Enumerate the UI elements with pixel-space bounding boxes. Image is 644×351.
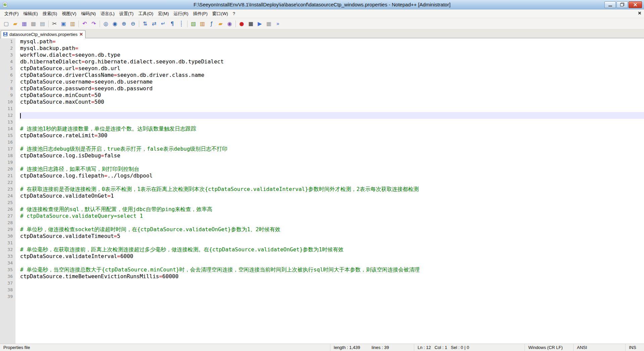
line-number[interactable]: 5 [0, 65, 15, 72]
paste-icon[interactable]: ▥ [68, 19, 77, 28]
line-number[interactable]: 24 [0, 193, 15, 199]
editor-line-8[interactable]: 8ctpDataSource.password=seeyon.db.passwo… [0, 85, 644, 92]
tab-datasourcectp-windows-properties[interactable]: datasourceCtp_windows.properties [1, 30, 86, 38]
status-eol-format[interactable]: Windows (CR LF) [525, 344, 574, 351]
editor-line-23[interactable]: 23# 在获取连接前是否做连接检测，0表示不检测，1表示在距离上次检测到本次{c… [0, 186, 644, 193]
line-number[interactable]: 32 [0, 246, 15, 253]
tab-close-icon[interactable] [79, 33, 83, 36]
cut-icon[interactable]: ✂ [50, 19, 59, 28]
editor-line-20[interactable]: 20# 连接池日志路径，如果不填写，则打印到控制台 [0, 166, 644, 172]
line-number[interactable]: 26 [0, 206, 15, 213]
line-number[interactable]: 34 [0, 260, 15, 266]
line-number[interactable]: 23 [0, 186, 15, 193]
editor-line-18[interactable]: 18ctpDataSource.log.isDebug=false [0, 152, 644, 159]
show-all-characters-icon[interactable]: ¶ [168, 19, 176, 28]
zoom-in-icon[interactable]: ⊕ [120, 19, 128, 28]
line-number[interactable]: 15 [0, 132, 15, 139]
editor-line-21[interactable]: 21ctpDataSource.log.filepath=../logs/dbp… [0, 172, 644, 179]
sync-vertical-scroll-icon[interactable]: ⇅ [141, 19, 149, 28]
editor-line-32[interactable]: 32# 单位毫秒，在获取连接前，距离上次检测连接超过多少毫秒，做连接检测。在{c… [0, 246, 644, 253]
line-number[interactable]: 9 [0, 92, 15, 99]
status-typing-mode[interactable]: INS [626, 344, 644, 351]
word-wrap-icon[interactable]: ↵ [159, 19, 167, 28]
minimize-button[interactable] [604, 1, 616, 8]
line-number[interactable]: 8 [0, 85, 15, 92]
macro-save-icon[interactable]: ▦ [265, 19, 273, 28]
line-number[interactable]: 37 [0, 280, 15, 287]
editor-line-39[interactable]: 39 [0, 293, 644, 300]
line-number[interactable]: 29 [0, 226, 15, 233]
line-number[interactable]: 11 [0, 105, 15, 112]
macro-run-multiple-icon[interactable]: » [274, 19, 282, 28]
line-number[interactable]: 27 [0, 213, 15, 219]
editor-line-26[interactable]: 26# 做连接检查使用的sql，默认不用配置，使用jdbc自带的ping来检查，… [0, 206, 644, 213]
new-file-icon[interactable]: ▢ [2, 19, 10, 28]
editor-line-9[interactable]: 9ctpDataSource.minCount=50 [0, 92, 644, 99]
status-encoding[interactable]: ANSI [574, 344, 626, 351]
document-map-icon[interactable]: ▥ [198, 19, 207, 28]
line-number[interactable]: 35 [0, 266, 15, 273]
line-number[interactable]: 19 [0, 159, 15, 166]
sync-horizontal-scroll-icon[interactable]: ⇄ [150, 19, 158, 28]
editor-line-5[interactable]: 5ctpDataSource.url=seeyon.db.url [0, 65, 644, 72]
replace-icon[interactable]: ◉ [111, 19, 119, 28]
line-number[interactable]: 4 [0, 58, 15, 65]
undo-icon[interactable]: ↶ [80, 19, 89, 28]
line-number[interactable]: 30 [0, 233, 15, 240]
indent-guide-icon[interactable]: ┊ [177, 19, 185, 28]
line-number[interactable]: 7 [0, 79, 15, 85]
line-number[interactable]: 20 [0, 166, 15, 172]
save-icon[interactable]: ▦ [20, 19, 29, 28]
editor-line-30[interactable]: 30ctpDataSource.validateTimeout=5 [0, 233, 644, 240]
editor-line-16[interactable]: 16 [0, 139, 644, 146]
line-number[interactable]: 22 [0, 179, 15, 186]
user-defined-language-icon[interactable]: ▧ [189, 19, 198, 28]
editor[interactable]: 1mysql.path=2mysql.backup.path=3workflow… [0, 38, 644, 344]
editor-line-3[interactable]: 3workflow.dialect=seeyon.db.type [0, 52, 644, 58]
close-button[interactable] [629, 1, 642, 8]
find-icon[interactable]: ◎ [102, 19, 110, 28]
editor-line-4[interactable]: 4db.hibernateDialect=org.hibernate.diale… [0, 58, 644, 65]
line-number[interactable]: 3 [0, 52, 15, 58]
line-number[interactable]: 2 [0, 45, 15, 52]
line-number[interactable]: 13 [0, 119, 15, 126]
menu-item-macro[interactable]: 宏(M) [156, 10, 171, 18]
macro-playback-icon[interactable]: ▶ [256, 19, 264, 28]
editor-line-6[interactable]: 6ctpDataSource.driverClassName=seeyon.db… [0, 72, 644, 79]
line-number[interactable]: 33 [0, 253, 15, 260]
line-number[interactable]: 31 [0, 240, 15, 246]
print-icon[interactable]: ▤ [38, 19, 47, 28]
editor-line-19[interactable]: 19 [0, 159, 644, 166]
editor-line-28[interactable]: 28 [0, 219, 644, 226]
editor-line-22[interactable]: 22 [0, 179, 644, 186]
editor-line-37[interactable]: 37 [0, 280, 644, 287]
editor-line-34[interactable]: 34 [0, 260, 644, 266]
line-number[interactable]: 39 [0, 293, 15, 300]
editor-line-35[interactable]: 35# 单位毫秒，当空闲连接总数大于{ctpDataSource.minCoun… [0, 266, 644, 273]
menu-item-plugins[interactable]: 插件(P) [191, 10, 210, 18]
editor-line-33[interactable]: 33ctpDataSource.validateInterval=6000 [0, 253, 644, 260]
menu-item-tools[interactable]: 工具(O) [136, 10, 156, 18]
line-number[interactable]: 14 [0, 126, 15, 132]
editor-line-1[interactable]: 1mysql.path= [0, 38, 644, 45]
notepadpp-app-icon[interactable] [2, 2, 8, 8]
line-number[interactable]: 17 [0, 146, 15, 152]
menu-item-window[interactable]: 窗口(W) [210, 10, 230, 18]
menu-item-run[interactable]: 运行(R) [171, 10, 191, 18]
line-number[interactable]: 36 [0, 273, 15, 280]
line-number[interactable]: 16 [0, 139, 15, 146]
function-list-icon[interactable]: ƒ [207, 19, 216, 28]
editor-line-31[interactable]: 31 [0, 240, 644, 246]
line-number[interactable]: 18 [0, 152, 15, 159]
editor-line-15[interactable]: 15ctpDataSource.rateLimit=300 [0, 132, 644, 139]
editor-line-29[interactable]: 29# 单位秒，做连接检查socket的读超时时间，在{ctpDataSourc… [0, 226, 644, 233]
editor-line-7[interactable]: 7ctpDataSource.username=seeyon.db.userna… [0, 79, 644, 85]
folder-as-workspace-icon[interactable]: ▰ [216, 19, 225, 28]
macro-stop-icon[interactable]: ■ [247, 19, 255, 28]
redo-icon[interactable]: ↷ [90, 19, 98, 28]
editor-line-36[interactable]: 36ctpDataSource.timeBetweenEvictionRunsM… [0, 273, 644, 280]
line-number[interactable]: 28 [0, 219, 15, 226]
line-number[interactable]: 6 [0, 72, 15, 79]
editor-line-2[interactable]: 2mysql.backup.path= [0, 45, 644, 52]
menu-item-language[interactable]: 语言(L) [98, 10, 117, 18]
